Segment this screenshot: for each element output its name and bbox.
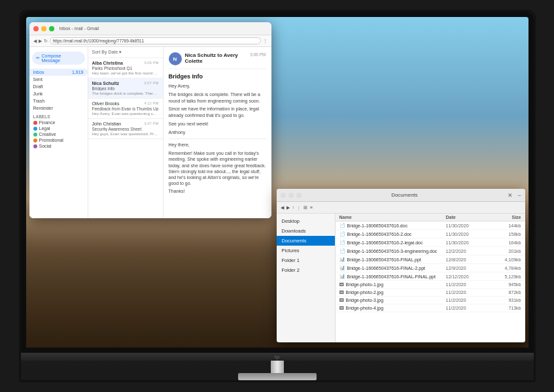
email-item-4[interactable]: 3:47 PM John Christian Security Awarenes… — [88, 119, 163, 139]
file-date: 11/30/2020 — [446, 232, 492, 237]
file-size: 4,784kb — [492, 266, 521, 270]
email-received-time: 3:06 PM — [250, 52, 266, 57]
email-content: N Nica Schultz to Avery Colette 3:06 PM … — [164, 47, 271, 218]
file-close-icon[interactable]: ✕ — [508, 192, 513, 199]
col-name-header[interactable]: Name — [339, 215, 446, 220]
table-row[interactable]: 📄 Bridge-1-1606650437616-2.doc 11/30/202… — [336, 230, 525, 238]
file-date: 12/12/2020 — [446, 274, 492, 279]
file-list-header: Name Date Size — [336, 214, 525, 221]
file-date: 11/2/2020 — [446, 290, 492, 295]
file-icon: 📄 — [339, 248, 345, 253]
email-content-header: N Nica Schultz to Avery Colette 3:06 PM — [169, 52, 266, 69]
trash-label: Trash — [33, 99, 45, 103]
window-close-btn[interactable] — [33, 26, 39, 31]
file-date: 12/8/2020 — [446, 257, 492, 262]
file-date: 11/30/2020 — [446, 223, 492, 228]
label-finance[interactable]: Finance — [29, 120, 88, 125]
table-row[interactable]: 📊 Bridge-1-1606650437616-FINAL.ppt 12/8/… — [336, 255, 525, 264]
table-row[interactable]: 📊 Bridge-1-1606650437616-FINAL-FINAL.ppt… — [336, 272, 525, 281]
sidebar-documents[interactable]: Documents — [277, 236, 335, 246]
email-para-1: The bridges deck is complete. There will… — [169, 91, 266, 105]
file-size: 713kb — [492, 306, 521, 310]
sidebar-item-draft[interactable]: Draft — [29, 83, 88, 90]
file-win-ctrl-3[interactable] — [296, 193, 302, 198]
email-item-1[interactable]: 3:06 PM Alba Christina Parks Photoshoot … — [88, 58, 163, 78]
label-creative-text: Creative — [39, 132, 56, 137]
file-win-ctrl-2[interactable] — [288, 193, 294, 198]
sidebar-item-sent[interactable]: Sent — [29, 76, 88, 83]
file-size: 872kb — [492, 290, 521, 295]
label-creative[interactable]: Creative — [29, 131, 88, 137]
email-item-2[interactable]: 3:07 PM Nica Schultz Bridges Info The br… — [88, 78, 163, 99]
file-name: 🖼 Bridge-photo-3.jpg — [339, 298, 446, 302]
file-up-icon[interactable]: ↑ — [292, 205, 295, 210]
browser-refresh-icon[interactable]: ↻ — [44, 39, 48, 44]
file-list-view-icon[interactable]: ≡ — [310, 205, 313, 210]
file-back-icon[interactable]: ◀ — [281, 205, 284, 210]
browser-back-icon[interactable]: ◀ — [33, 39, 37, 44]
file-date: 11/2/2020 — [446, 298, 492, 302]
label-legal[interactable]: Legal — [29, 125, 88, 131]
file-minimize-icon[interactable]: − — [517, 192, 521, 199]
file-forward-icon[interactable]: ▶ — [286, 205, 290, 210]
email-second-greeting: Hey there, — [169, 139, 266, 148]
label-promotional[interactable]: Promotional — [29, 137, 88, 143]
email-time-1: 3:06 PM — [144, 61, 158, 65]
label-creative-dot — [33, 133, 37, 137]
email-from-info: Nica Schultz to Avery Colette — [185, 52, 247, 64]
file-size: 931kb — [492, 298, 521, 302]
file-icon: 📄 — [339, 231, 345, 237]
label-social[interactable]: Social — [29, 143, 88, 149]
browser-url-bar[interactable]: https://mail.mail.f/c/1000/msglong/77789… — [50, 37, 261, 44]
email-time-2: 3:07 PM — [144, 81, 158, 85]
sidebar-desktop[interactable]: Desktop — [277, 216, 335, 226]
table-row[interactable]: 🖼 Bridge-photo-3.jpg 11/2/2020 931kb — [336, 297, 525, 304]
window-maximize-btn[interactable] — [49, 26, 54, 31]
sort-label[interactable]: Sort By Date ▾ — [92, 50, 122, 55]
sidebar-folder2[interactable]: Folder 2 — [277, 265, 335, 275]
email-greeting: Hey Avery, — [169, 83, 266, 90]
table-row[interactable]: 🖼 Bridge-photo-1.jpg 11/2/2020 945kb — [336, 281, 525, 289]
sidebar-item-inbox[interactable]: Inbox 1,919 — [29, 69, 88, 76]
email-subject-3: Feedback from Evan is Thumbs Up — [92, 106, 159, 111]
sidebar-item-reminder[interactable]: Reminder — [29, 105, 88, 112]
sidebar-item-junk[interactable]: Junk — [29, 90, 88, 97]
label-legal-dot — [33, 127, 37, 131]
file-view-icon[interactable]: ⊞ — [303, 205, 307, 210]
browser-menu-icon[interactable]: ⋮ — [263, 39, 268, 44]
email-see-you: See you next week! — [169, 121, 266, 127]
compose-button[interactable]: ✏ Compose Message — [32, 52, 85, 65]
file-explorer-window: Documents ✕ − ◀ ▶ ↑ | ⊞ ≡ Desktop — [277, 189, 525, 342]
file-name: 📄 Bridge-1-1606650437616.doc — [339, 223, 446, 228]
email-content-body: Hey Avery, The bridges deck is complete.… — [169, 83, 266, 195]
sidebar-folder1[interactable]: Folder 1 — [277, 255, 335, 265]
email-item-3[interactable]: 4:12 PM Oliver Brooks Feedback from Evan… — [88, 99, 163, 119]
table-row[interactable]: 📄 Bridge-1-1606650437616-2-legal.doc 11/… — [336, 238, 525, 247]
col-size-header[interactable]: Size — [492, 215, 521, 220]
window-minimize-btn[interactable] — [41, 26, 46, 31]
file-name: 📄 Bridge-1-1606650437616-2-legal.doc — [339, 240, 446, 245]
sidebar-item-trash[interactable]: Trash — [29, 97, 88, 105]
screen: Inbox - mail - Gmail ◀ ▶ ↻ https://mail.… — [26, 17, 528, 348]
email-preview-2: The bridges dock is complete. There will… — [92, 91, 159, 95]
table-row[interactable]: 📄 Bridge-1-1606650437616.doc 11/30/2020 … — [336, 221, 525, 230]
browser-forward-icon[interactable]: ▶ — [39, 39, 42, 44]
table-row[interactable]: 🖼 Bridge-photo-4.jpg 11/2/2020 713kb — [336, 304, 525, 312]
monitor-stand — [238, 361, 317, 380]
label-finance-text: Finance — [39, 120, 56, 125]
sidebar-pictures[interactable]: Pictures — [277, 246, 335, 255]
sidebar-downloads[interactable]: Downloads — [277, 226, 335, 236]
file-name: 📄 Bridge-1-1606650437616-2.doc — [339, 231, 446, 237]
file-win-ctrl-1[interactable] — [281, 193, 286, 198]
file-date: 12/9/2020 — [446, 266, 492, 270]
email-preview-4: Hey guys, Evan was questioned. Print bef… — [92, 132, 159, 136]
email-sign: Anthony — [169, 129, 266, 136]
table-row[interactable]: 📄 Bridge-1-1606650437616-3-engineering.d… — [336, 247, 525, 255]
label-promotional-text: Promotional — [39, 138, 63, 142]
file-name: 🖼 Bridge-photo-2.jpg — [339, 290, 446, 295]
email-preview-1: Hey team, we've got the first round of d… — [92, 71, 159, 75]
col-date-header[interactable]: Date — [446, 215, 492, 220]
email-list: Sort By Date ▾ 3:06 PM Alba Christina Pa… — [88, 47, 164, 218]
table-row[interactable]: 🖼 Bridge-photo-2.jpg 11/2/2020 872kb — [336, 289, 525, 297]
table-row[interactable]: 📊 Bridge-1-1606650437616-FINAL-2.ppt 12/… — [336, 264, 525, 272]
